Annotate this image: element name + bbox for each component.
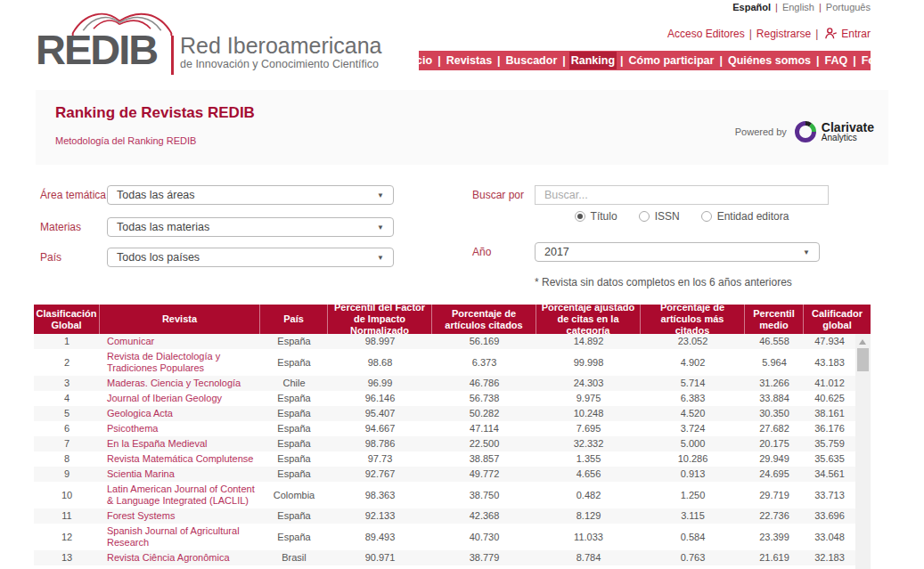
value-cell: 94.667 (328, 421, 432, 436)
value-cell: 9.975 (536, 391, 641, 406)
country-cell: España (260, 334, 328, 349)
value-cell: 10.286 (641, 451, 745, 467)
nav-item-buscador[interactable]: Buscador (504, 52, 560, 69)
area-select-value: Todas las áreas (117, 189, 195, 201)
journal-link[interactable]: Anales de Psicología (100, 565, 260, 569)
column-header: Percentil medio (745, 305, 804, 334)
redib-logo[interactable]: REDIB Red Iberoamericana de Innovación y… (36, 4, 419, 80)
journal-link[interactable]: Scientia Marina (100, 467, 260, 482)
value-cell: 3.724 (641, 421, 745, 436)
journal-link[interactable]: Psicothema (100, 421, 260, 436)
clarivate-logo: Clarivate Analytics (794, 120, 874, 143)
value-cell: 38.750 (432, 488, 536, 503)
country-cell: España (260, 355, 328, 370)
radio-option[interactable]: Título (575, 210, 617, 223)
language-link[interactable]: Português (826, 2, 871, 12)
value-cell: 23.399 (745, 530, 804, 545)
journal-link[interactable]: En la España Medieval (100, 436, 260, 451)
table-row: 5Geologica ActaEspaña95.40750.28210.2484… (34, 406, 855, 421)
account-link[interactable]: Registrarse (756, 28, 811, 40)
value-cell: 10.248 (536, 406, 641, 421)
journal-link[interactable]: Revista Matemática Complutense (100, 451, 260, 467)
nav-item-ranking[interactable]: Ranking (569, 52, 617, 69)
radio-icon[interactable] (575, 211, 585, 222)
journal-link[interactable]: Forest Systems (100, 508, 260, 524)
separator: | (719, 54, 723, 67)
table-row: 7En la España MedievalEspaña98.78622.500… (34, 436, 855, 451)
journal-link[interactable]: Revista de Dialectología y Tradiciones P… (100, 349, 260, 376)
value-cell: 38.779 (432, 550, 536, 565)
separator: | (819, 2, 822, 12)
pais-select[interactable]: Todos los países ▼ (107, 248, 394, 267)
value-cell: 90.791 (328, 565, 432, 569)
login-button[interactable]: Entrar (841, 28, 871, 40)
value-cell: 4.656 (536, 467, 641, 482)
journal-link[interactable]: Spanish Journal of Agricultural Research (100, 524, 260, 550)
separator: | (853, 54, 856, 67)
value-cell: 98.997 (328, 334, 432, 349)
separator: | (749, 28, 752, 40)
scroll-up-icon[interactable] (859, 339, 866, 345)
scrollbar-thumb[interactable] (857, 348, 869, 371)
value-cell: 23.052 (641, 334, 745, 349)
radio-option[interactable]: Entidad editora (701, 210, 789, 223)
nav-item-revistas[interactable]: Revistas (445, 52, 494, 69)
journal-link[interactable]: Latin American Journal of Content & Lang… (100, 482, 260, 508)
value-cell: 24.695 (745, 467, 804, 482)
journal-link[interactable]: Journal of Iberian Geology (100, 391, 260, 406)
logo-acronym: REDIB (36, 28, 157, 70)
radio-icon[interactable] (701, 211, 712, 222)
value-cell: 8.129 (536, 508, 641, 524)
rank-cell: 9 (34, 467, 100, 482)
value-cell: 36.176 (804, 421, 855, 436)
nav-item-foro[interactable]: Foro (860, 52, 888, 69)
country-cell: Colombia (260, 488, 328, 503)
language-link[interactable]: English (782, 2, 814, 12)
value-cell: 33.696 (804, 508, 855, 524)
value-cell: 96.99 (328, 376, 432, 391)
nav-item-c-mo-participar[interactable]: Cómo participar (627, 52, 716, 69)
language-link[interactable]: Español (732, 2, 771, 12)
radio-label: Entidad editora (717, 210, 789, 223)
materias-select-value: Todas las materias (117, 221, 209, 233)
radio-option[interactable]: ISSN (639, 210, 680, 223)
anio-select-value: 2017 (544, 246, 569, 258)
value-cell: 22.736 (745, 508, 804, 524)
buscar-label: Buscar por (472, 189, 524, 201)
value-cell: 7.695 (536, 421, 641, 436)
value-cell: 4.520 (641, 406, 745, 421)
journal-link[interactable]: Revista Ciência Agronômica (100, 550, 260, 565)
value-cell: 31.266 (745, 376, 804, 391)
radio-icon[interactable] (639, 211, 650, 222)
methodology-link[interactable]: Metodología del Ranking REDIB (55, 135, 196, 146)
value-cell: 21.619 (745, 550, 804, 565)
value-cell: 40.625 (804, 391, 855, 406)
value-cell: 33.048 (804, 530, 855, 545)
value-cell: 56.169 (432, 334, 536, 349)
column-header: Revista (100, 305, 260, 334)
account-bar: Acceso Editores|Registrarse| Entrar (667, 27, 871, 40)
nav-item-faq[interactable]: FAQ (823, 52, 850, 69)
journal-link[interactable]: Maderas. Ciencia y Tecnología (100, 376, 260, 391)
materias-select[interactable]: Todas las materias ▼ (107, 217, 394, 237)
value-cell: 1.209 (641, 565, 745, 569)
table-row: 1ComunicarEspaña98.99756.16914.89223.052… (34, 334, 855, 349)
value-cell: 98.68 (328, 355, 432, 370)
language-switcher: Español|English|Português (732, 2, 871, 12)
search-input[interactable] (535, 185, 829, 205)
account-link[interactable]: Acceso Editores (667, 28, 745, 40)
value-cell: 49.772 (432, 467, 536, 482)
account-links-slot: Acceso Editores|Registrarse| (667, 28, 822, 40)
area-select[interactable]: Todas las áreas ▼ (107, 185, 394, 205)
nav-item-qui-nes-somos[interactable]: Quiénes somos (726, 52, 813, 69)
logo-line1: Red Iberoamericana (180, 34, 382, 58)
journal-link[interactable]: Geologica Acta (100, 406, 260, 421)
column-header: Clasificación Global (34, 305, 100, 334)
value-cell: 97.73 (328, 451, 432, 467)
journal-link[interactable]: Comunicar (100, 334, 260, 349)
nav-item-inicio[interactable]: Inicio (402, 52, 435, 69)
table-scrollbar[interactable] (855, 334, 871, 569)
anio-select[interactable]: 2017 ▼ (535, 242, 820, 262)
value-cell: 3.115 (641, 508, 745, 524)
logo-divider (171, 36, 174, 75)
